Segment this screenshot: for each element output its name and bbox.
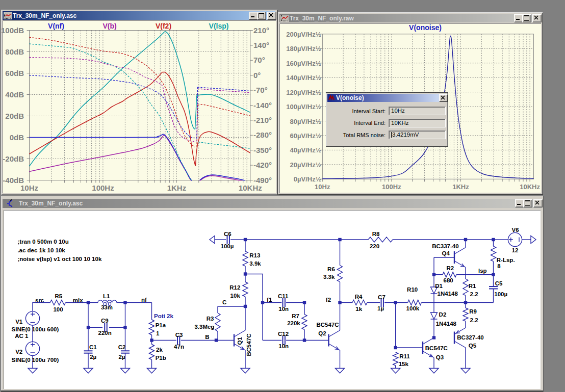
- svg-text:1k: 1k: [355, 306, 362, 312]
- svg-text:R5: R5: [55, 293, 62, 299]
- svg-text:C7: C7: [378, 294, 386, 300]
- svg-text:C9: C9: [101, 318, 109, 324]
- svg-text:C12: C12: [278, 331, 289, 337]
- svg-text:10n: 10n: [278, 343, 289, 349]
- svg-text:P1b: P1b: [156, 355, 166, 361]
- svg-text:100µ: 100µ: [494, 291, 507, 297]
- svg-text:SINE(0 100u 600): SINE(0 100u 600): [12, 326, 59, 332]
- svg-text:R12: R12: [229, 284, 240, 291]
- svg-text:2.2: 2.2: [470, 291, 478, 297]
- svg-text:f1: f1: [267, 297, 272, 303]
- svg-text:3.3Meg: 3.3Meg: [194, 324, 214, 330]
- svg-text:src: src: [35, 297, 44, 303]
- svg-text:lsp: lsp: [478, 268, 487, 274]
- svg-text:R3: R3: [207, 316, 214, 322]
- svg-text:nf: nf: [141, 297, 147, 303]
- svg-text:L1: L1: [103, 293, 110, 299]
- svg-text:BC327-40: BC327-40: [457, 334, 483, 341]
- svg-text:15k: 15k: [399, 361, 409, 367]
- svg-text:1: 1: [156, 330, 160, 336]
- svg-text:Q5: Q5: [469, 343, 477, 349]
- svg-text:C5: C5: [495, 280, 503, 286]
- svg-text:R11: R11: [399, 353, 410, 359]
- svg-text:2k: 2k: [156, 347, 163, 353]
- svg-text:C6: C6: [224, 231, 232, 237]
- svg-text:R8: R8: [372, 231, 380, 237]
- svg-text:10k: 10k: [230, 293, 241, 299]
- svg-text:220n: 220n: [98, 330, 112, 336]
- svg-text:SINE(0 100u 700): SINE(0 100u 700): [12, 357, 59, 363]
- svg-text:2µ: 2µ: [90, 354, 96, 360]
- svg-text:BC547C: BC547C: [316, 322, 339, 328]
- svg-text:1µ: 1µ: [377, 305, 384, 311]
- svg-text:Q2: Q2: [318, 330, 326, 336]
- svg-text:D2: D2: [439, 311, 447, 318]
- svg-text:3.9k: 3.9k: [249, 260, 261, 267]
- svg-text:Q1: Q1: [237, 337, 243, 345]
- svg-text:12: 12: [512, 247, 519, 253]
- svg-text:V1: V1: [15, 319, 23, 325]
- svg-text:D1: D1: [435, 283, 443, 289]
- svg-text:f2: f2: [326, 297, 331, 303]
- svg-text:BC337-40: BC337-40: [432, 243, 458, 249]
- svg-text:100: 100: [53, 306, 63, 312]
- svg-text:33m: 33m: [101, 304, 113, 310]
- svg-text:BC547C: BC547C: [246, 333, 252, 356]
- svg-text:B: B: [205, 334, 209, 340]
- svg-text:P1a: P1a: [156, 322, 166, 328]
- svg-text:R7: R7: [292, 313, 299, 319]
- svg-text:V6: V6: [512, 227, 519, 233]
- svg-text:680: 680: [444, 277, 453, 283]
- svg-text:Q3: Q3: [436, 354, 444, 360]
- svg-text:;tran 0 500m 0 10u: ;tran 0 500m 0 10u: [17, 239, 68, 245]
- svg-text:BC547C: BC547C: [425, 345, 448, 351]
- svg-text:V2: V2: [15, 349, 22, 355]
- svg-text:100k: 100k: [406, 305, 420, 311]
- svg-text:C1: C1: [89, 344, 97, 350]
- svg-text:10n: 10n: [278, 306, 289, 312]
- svg-text:R1: R1: [469, 283, 476, 289]
- svg-text:Q4: Q4: [442, 250, 450, 256]
- svg-text:mix: mix: [73, 297, 83, 303]
- svg-text:;noise v(lsp) v1 oct 100 10 10: ;noise v(lsp) v1 oct 100 10 10k: [17, 256, 102, 262]
- svg-text:2.2: 2.2: [470, 317, 478, 323]
- svg-text:AC 1: AC 1: [15, 333, 29, 339]
- svg-text:3.3k: 3.3k: [323, 274, 335, 280]
- svg-text:C11: C11: [278, 293, 289, 299]
- svg-text:C3: C3: [175, 332, 183, 338]
- svg-text:Poti 2k: Poti 2k: [154, 313, 173, 319]
- svg-text:R2: R2: [447, 265, 454, 271]
- svg-text:R13: R13: [249, 252, 260, 258]
- svg-text:8: 8: [497, 263, 501, 269]
- svg-text:1N4148: 1N4148: [436, 321, 457, 327]
- svg-text:C2: C2: [118, 344, 126, 350]
- svg-text:220k: 220k: [287, 320, 300, 326]
- svg-text:220: 220: [370, 243, 379, 249]
- svg-text:R9: R9: [469, 308, 477, 315]
- svg-text:1N4148: 1N4148: [438, 291, 458, 297]
- svg-text:.ac dec 1k 10 10k: .ac dec 1k 10 10k: [17, 247, 65, 253]
- svg-text:100µ: 100µ: [221, 243, 234, 249]
- svg-text:C: C: [222, 299, 226, 305]
- svg-text:R10: R10: [407, 286, 418, 293]
- svg-text:R4: R4: [355, 294, 363, 300]
- svg-text:2µ: 2µ: [119, 354, 125, 360]
- svg-text:R6: R6: [327, 266, 335, 272]
- svg-text:47n: 47n: [174, 344, 184, 350]
- svg-text:R-Lsp.: R-Lsp.: [497, 257, 515, 263]
